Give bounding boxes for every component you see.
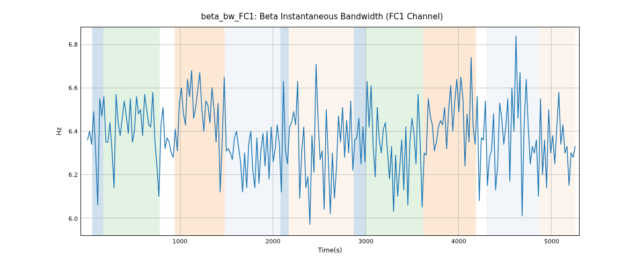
plot-svg bbox=[81, 27, 579, 235]
x-tick-label: 3000 bbox=[350, 238, 382, 245]
x-tick-label: 2000 bbox=[257, 238, 289, 245]
chart-title: beta_bw_FC1: Beta Instantaneous Bandwidt… bbox=[0, 12, 644, 21]
y-tick-label: 6.0 bbox=[46, 215, 78, 222]
x-axis-label: Time(s) bbox=[80, 247, 580, 254]
plot-area bbox=[80, 27, 580, 236]
y-tick-label: 6.4 bbox=[46, 128, 78, 135]
x-tick-label: 5000 bbox=[536, 238, 568, 245]
y-tick-label: 6.6 bbox=[46, 84, 78, 91]
y-tick-label: 6.2 bbox=[46, 172, 78, 178]
y-tick-label: 6.8 bbox=[46, 41, 78, 48]
x-tick-label: 4000 bbox=[443, 238, 475, 245]
figure: beta_bw_FC1: Beta Instantaneous Bandwidt… bbox=[0, 0, 644, 268]
x-tick-label: 1000 bbox=[164, 238, 196, 245]
